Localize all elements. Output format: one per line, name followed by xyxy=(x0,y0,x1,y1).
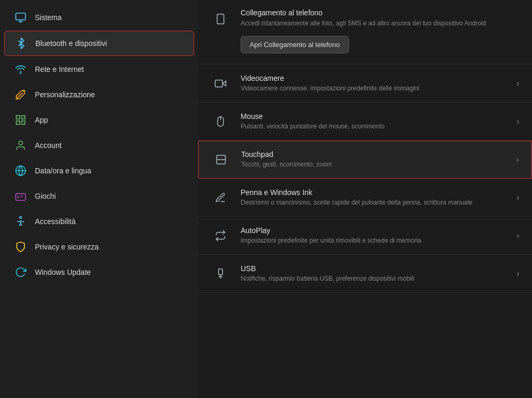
sidebar-item-giochi[interactable]: Giochi xyxy=(4,184,194,208)
touchpad-text: Touchpad Tocchi, gesti, scorrimento, zoo… xyxy=(241,150,506,169)
svg-rect-6 xyxy=(22,116,25,119)
sidebar-item-sistema[interactable]: Sistema xyxy=(4,5,194,30)
sidebar-item-app[interactable]: App xyxy=(4,108,194,132)
mouse-title: Mouse xyxy=(241,112,506,121)
monitor-icon xyxy=(15,12,26,23)
touchpad-desc: Tocchi, gesti, scorrimento, zoom xyxy=(241,160,506,169)
sidebar-item-label: Accessibilità xyxy=(35,217,76,226)
camera-icon xyxy=(211,74,230,93)
account-icon xyxy=(15,140,26,151)
open-phone-link-button[interactable]: Apri Collegamento al telefono xyxy=(241,36,349,53)
settings-item-videocamere[interactable]: Videocamere Videocamere connesse, impost… xyxy=(198,64,532,103)
svg-rect-22 xyxy=(218,269,222,274)
svg-rect-17 xyxy=(215,80,223,87)
autoplay-icon xyxy=(211,226,230,245)
update-icon xyxy=(15,266,26,278)
settings-item-usb[interactable]: USB Notifiche, risparmio batteria USB, p… xyxy=(198,255,532,293)
usb-icon xyxy=(211,264,230,283)
svg-point-9 xyxy=(19,141,22,145)
chevron-right-icon: › xyxy=(517,79,519,88)
sidebar-item-label: Bluetooth e dispositivi xyxy=(35,39,107,48)
sidebar-item-label: Sistema xyxy=(35,13,62,22)
sidebar-item-rete[interactable]: Rete e Internet xyxy=(4,57,194,81)
phone-icon xyxy=(211,10,230,29)
phone-link-section: Collegamento al telefono Accedi istantan… xyxy=(198,0,532,64)
mouse-desc: Pulsanti, velocità puntatore del mouse, … xyxy=(241,122,506,131)
touchpad-title: Touchpad xyxy=(241,150,506,159)
app-icon xyxy=(15,114,26,126)
svg-point-13 xyxy=(18,197,19,198)
svg-rect-7 xyxy=(22,121,25,124)
sidebar: Sistema Bluetooth e dispositivi Rete e I… xyxy=(0,0,198,398)
autoplay-title: AutoPlay xyxy=(241,226,506,235)
mouse-icon xyxy=(211,112,230,131)
settings-item-penna[interactable]: Penna e Windows Ink Destrismo o mancinis… xyxy=(198,179,532,217)
penna-desc: Destrismo o mancinismo, scelte rapide de… xyxy=(241,198,506,207)
bluetooth-icon xyxy=(15,38,27,49)
chevron-right-icon: › xyxy=(516,155,519,164)
phone-link-desc: Accedi istantaneamente alle foto, agli S… xyxy=(241,19,486,28)
svg-rect-8 xyxy=(16,121,20,124)
svg-point-14 xyxy=(20,217,22,219)
svg-rect-5 xyxy=(16,116,20,119)
main-content: Collegamento al telefono Accedi istantan… xyxy=(198,0,532,398)
chevron-right-icon: › xyxy=(517,269,519,279)
sidebar-item-label: Giochi xyxy=(35,192,56,200)
settings-item-touchpad[interactable]: Touchpad Tocchi, gesti, scorrimento, zoo… xyxy=(198,141,532,179)
network-icon xyxy=(15,63,26,75)
sidebar-item-label: Account xyxy=(35,141,62,150)
globe-icon xyxy=(15,165,26,177)
phone-link-title: Collegamento al telefono xyxy=(241,8,486,17)
gamepad-icon xyxy=(15,190,26,202)
sidebar-item-windows-update[interactable]: Windows Update xyxy=(4,260,194,284)
videocamere-title: Videocamere xyxy=(241,74,506,82)
usb-desc: Notifiche, risparmio batteria USB, prefe… xyxy=(241,274,506,283)
svg-line-4 xyxy=(16,92,23,99)
svg-rect-0 xyxy=(16,13,25,20)
sidebar-item-account[interactable]: Account xyxy=(4,133,194,158)
sidebar-item-label: App xyxy=(35,116,48,124)
sidebar-item-label: Privacy e sicurezza xyxy=(35,243,99,251)
chevron-right-icon: › xyxy=(517,231,519,240)
penna-text: Penna e Windows Ink Destrismo o mancinis… xyxy=(241,188,506,207)
videocamere-text: Videocamere Videocamere connesse, impost… xyxy=(241,74,506,93)
mouse-text: Mouse Pulsanti, velocità puntatore del m… xyxy=(241,112,506,131)
sidebar-item-bluetooth[interactable]: Bluetooth e dispositivi xyxy=(4,31,194,56)
sidebar-item-privacy[interactable]: Privacy e sicurezza xyxy=(4,235,194,259)
usb-title: USB xyxy=(241,264,506,273)
videocamere-desc: Videocamere connesse, impostazioni prede… xyxy=(241,84,506,93)
touchpad-icon xyxy=(212,150,231,169)
pen-icon xyxy=(211,188,230,207)
chevron-right-icon: › xyxy=(517,117,519,126)
sidebar-item-label: Personalizzazione xyxy=(35,90,95,99)
settings-item-autoplay[interactable]: AutoPlay Impostazioni predefinite per un… xyxy=(198,217,532,255)
sidebar-item-label: Windows Update xyxy=(35,268,91,276)
svg-rect-12 xyxy=(16,193,25,200)
usb-text: USB Notifiche, risparmio batteria USB, p… xyxy=(241,264,506,283)
sidebar-item-label: Data/ora e lingua xyxy=(35,166,91,175)
sidebar-item-personalizzazione[interactable]: Personalizzazione xyxy=(4,82,194,107)
shield-icon xyxy=(15,241,26,253)
svg-point-3 xyxy=(20,72,21,73)
chevron-right-icon: › xyxy=(517,193,519,202)
sidebar-item-accessibilita[interactable]: Accessibilità xyxy=(4,209,194,234)
accessibility-icon xyxy=(15,216,26,227)
penna-title: Penna e Windows Ink xyxy=(241,188,506,197)
sidebar-item-dataora[interactable]: Data/ora e lingua xyxy=(4,159,194,183)
sidebar-item-label: Rete e Internet xyxy=(35,65,84,73)
settings-item-mouse[interactable]: Mouse Pulsanti, velocità puntatore del m… xyxy=(198,103,532,141)
autoplay-desc: Impostazioni predefinite per unità rimov… xyxy=(241,236,506,245)
autoplay-text: AutoPlay Impostazioni predefinite per un… xyxy=(241,226,506,245)
brush-icon xyxy=(15,89,26,100)
